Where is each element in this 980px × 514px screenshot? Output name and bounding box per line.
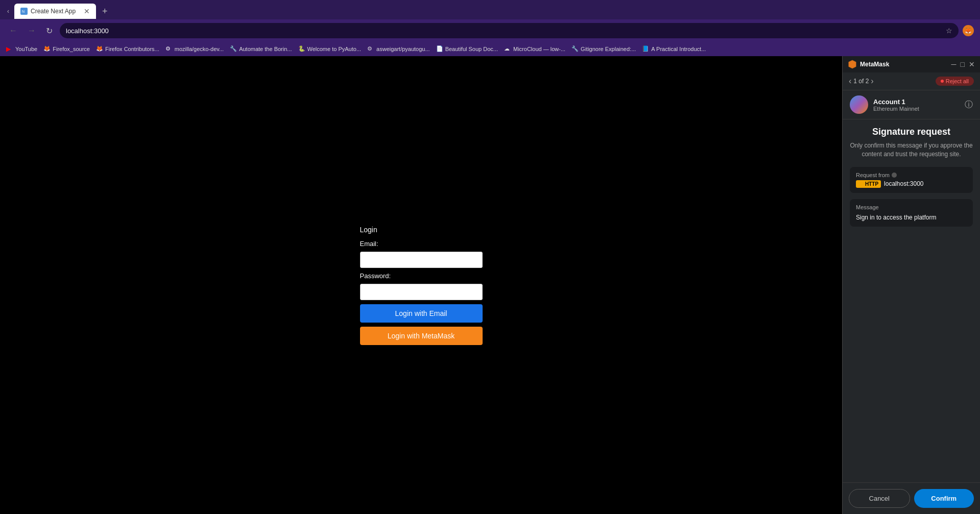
active-tab[interactable]: N Create Next App ✕ (14, 4, 96, 19)
bookmark-gitignore-label: Gitignore Explained:... (581, 46, 636, 52)
request-from-text: Request from (856, 172, 890, 178)
bookmark-gitignore[interactable]: 🔧 Gitignore Explained:... (571, 45, 636, 53)
reload-button[interactable]: ↻ (43, 24, 56, 38)
reject-dot-icon (941, 80, 944, 83)
metamask-page-indicator: 1 of 2 (853, 78, 869, 85)
metamask-request-value: ⚠ HTTP localhost:3000 (856, 180, 967, 188)
pyauto-icon: 🐍 (298, 45, 305, 53)
metamask-account-name: Account 1 (873, 98, 919, 106)
email-label: Email: (360, 240, 483, 248)
back-button[interactable]: ← (6, 24, 20, 37)
bookmark-youtube[interactable]: ▶ YouTube (6, 45, 37, 53)
browser-chrome: ‹ N Create Next App ✕ + ← → ↻ localhost:… (0, 0, 980, 56)
metamask-title-left: MetaMask (848, 60, 889, 69)
metamask-nav-row: ‹ 1 of 2 › Reject all (843, 72, 980, 90)
bookmark-firefox-source-label: Firefox_source (53, 46, 90, 52)
bookmark-microcloud[interactable]: ☁ MicroCloud — low-... (504, 45, 565, 53)
metamask-restore-button[interactable]: □ (961, 60, 965, 68)
bookmark-gecko-dev[interactable]: ⚙ mozilla/gecko-dev... (165, 45, 224, 53)
bookmark-asweigart-label: asweigart/pyautogu... (376, 46, 430, 52)
bookmarks-bar: ▶ YouTube 🦊 Firefox_source 🦊 Firefox Con… (0, 42, 980, 56)
login-form: Login Email: Password: Login with Email … (360, 226, 483, 345)
metamask-signature-title: Signature request (850, 127, 973, 137)
metamask-account-info-button[interactable]: ⓘ (965, 100, 973, 110)
practical-icon: 📘 (642, 45, 649, 53)
http-badge-label: HTTP (865, 181, 878, 187)
bookmark-firefox-contributors-label: Firefox Contributors... (105, 46, 159, 52)
webpage-content: Login Email: Password: Login with Email … (0, 56, 842, 514)
address-text: localhost:3000 (66, 27, 943, 35)
reject-all-label: Reject all (946, 78, 969, 84)
bookmark-automate[interactable]: 🔧 Automate the Borin... (230, 45, 292, 53)
metamask-prev-arrow[interactable]: ‹ (849, 77, 851, 86)
address-input-wrapper[interactable]: localhost:3000 ☆ (60, 23, 959, 38)
metamask-reject-all-button[interactable]: Reject all (936, 77, 974, 86)
bookmark-beautifulsoup-label: Beautiful Soup Doc... (445, 46, 498, 52)
bookmark-pyauto[interactable]: 🐍 Welcome to PyAuto... (298, 45, 362, 53)
metamask-content: Signature request Only confirm this mess… (843, 119, 980, 482)
tab-bar: ‹ N Create Next App ✕ + (0, 0, 980, 19)
youtube-icon: ▶ (6, 45, 13, 53)
metamask-network-label: Ethereum Mainnet (873, 106, 919, 112)
metamask-confirm-button[interactable]: Confirm (914, 489, 974, 508)
bookmark-firefox-source[interactable]: 🦊 Firefox_source (43, 45, 90, 53)
bookmark-practical[interactable]: 📘 A Practical Introduct... (642, 45, 706, 53)
metamask-avatar (850, 95, 868, 114)
main-area: Login Email: Password: Login with Email … (0, 56, 980, 514)
tab-favicon: N (20, 8, 28, 15)
bookmark-pyauto-label: Welcome to PyAuto... (307, 46, 362, 52)
address-bar: ← → ↻ localhost:3000 ☆ 🦊 (0, 19, 980, 42)
metamask-title-text: MetaMask (860, 61, 889, 68)
metamask-nav-arrows: ‹ 1 of 2 › (849, 77, 874, 86)
metamask-account-left: Account 1 Ethereum Mainnet (850, 95, 919, 114)
firefox-contributors-icon: 🦊 (96, 45, 103, 53)
bookmark-firefox-contributors[interactable]: 🦊 Firefox Contributors... (96, 45, 159, 53)
password-input[interactable] (360, 284, 483, 300)
metamask-extension-icon[interactable]: 🦊 (963, 25, 974, 36)
request-from-info-icon (892, 173, 897, 178)
metamask-account-row: Account 1 Ethereum Mainnet ⓘ (843, 90, 980, 119)
bookmark-practical-label: A Practical Introduct... (651, 46, 706, 52)
login-email-button[interactable]: Login with Email (360, 304, 483, 323)
metamask-panel: MetaMask ─ □ ✕ ‹ 1 of 2 › Reject all (842, 56, 980, 514)
bookmark-gecko-dev-label: mozilla/gecko-dev... (175, 46, 224, 52)
beautifulsoup-icon: 📄 (436, 45, 443, 53)
metamask-message-row: Message Sign in to access the platform (850, 199, 973, 227)
password-label: Password: (360, 272, 483, 280)
email-input[interactable] (360, 252, 483, 268)
login-title: Login (360, 226, 483, 234)
bookmark-star-icon[interactable]: ☆ (946, 27, 952, 35)
metamask-window-buttons: ─ □ ✕ (951, 60, 975, 68)
metamask-next-arrow[interactable]: › (871, 77, 873, 86)
bookmark-beautifulsoup[interactable]: 📄 Beautiful Soup Doc... (436, 45, 498, 53)
http-badge: ⚠ HTTP (856, 180, 881, 188)
new-tab-button[interactable]: + (98, 4, 112, 19)
tab-prev-arrow[interactable]: ‹ (4, 6, 12, 17)
forward-button[interactable]: → (25, 24, 39, 37)
metamask-message-label: Message (856, 204, 967, 210)
metamask-account-info: Account 1 Ethereum Mainnet (873, 98, 919, 112)
bookmark-youtube-label: YouTube (15, 46, 37, 52)
metamask-minimize-button[interactable]: ─ (951, 60, 957, 68)
metamask-close-button[interactable]: ✕ (969, 60, 975, 68)
tab-close-button[interactable]: ✕ (84, 7, 90, 15)
bookmark-asweigart[interactable]: ⚙ asweigart/pyautogu... (367, 45, 430, 53)
extension-icons: 🦊 (963, 25, 974, 36)
github-gecko-icon: ⚙ (165, 45, 173, 53)
svg-text:N: N (22, 10, 25, 13)
metamask-request-from-label: Request from (856, 172, 967, 178)
tab-title: Create Next App (31, 8, 81, 15)
metamask-signature-desc: Only confirm this message if you approve… (850, 141, 973, 159)
automate-icon: 🔧 (230, 45, 237, 53)
gitignore-icon: 🔧 (571, 45, 579, 53)
bookmark-microcloud-label: MicroCloud — low-... (513, 46, 565, 52)
metamask-request-from-row: Request from ⚠ HTTP localhost:3000 (850, 167, 973, 193)
login-metamask-button[interactable]: Login with MetaMask (360, 327, 483, 345)
metamask-logo-icon (848, 60, 857, 69)
asweigart-icon: ⚙ (367, 45, 374, 53)
metamask-message-text: Sign in to access the platform (856, 213, 967, 222)
microcloud-icon: ☁ (504, 45, 511, 53)
metamask-footer: Cancel Confirm (843, 482, 980, 514)
metamask-request-url: localhost:3000 (884, 180, 923, 187)
metamask-cancel-button[interactable]: Cancel (849, 489, 910, 508)
